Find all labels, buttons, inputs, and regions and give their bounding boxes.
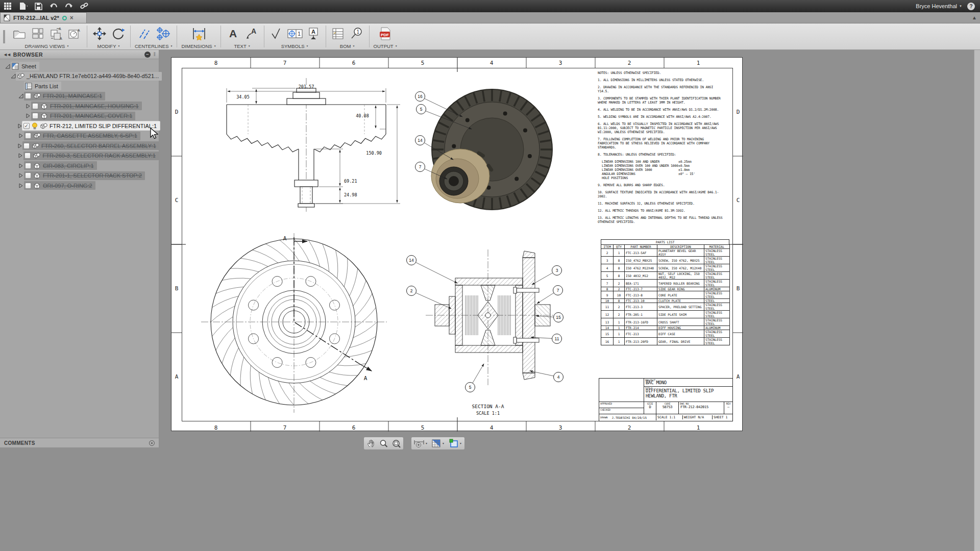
- parts-list-row[interactable]: 108FTC-213-10CLUTCH PLATESTEEL: [601, 299, 730, 303]
- parts-list-row[interactable]: 48ISO 4762_M12X40SCREW, ISO 4762, M12X40…: [601, 264, 730, 272]
- parts-list-row[interactable]: 72BEA-171TAPERED ROLLER BEARINGSTAINLESS…: [601, 280, 730, 287]
- visibility-checkbox[interactable]: [23, 143, 30, 149]
- visibility-checkbox[interactable]: [25, 133, 31, 139]
- browser-item[interactable]: Parts List: [0, 81, 159, 91]
- undo-icon[interactable]: [46, 0, 61, 12]
- tree-collapsed-icon[interactable]: [17, 133, 24, 138]
- zoom-button[interactable]: [377, 438, 390, 449]
- view-gear-front[interactable]: A A: [201, 233, 387, 413]
- minimize-panel-icon[interactable]: −: [144, 52, 151, 58]
- right-scroll-strip[interactable]: ▲: [974, 12, 980, 551]
- ribbon-label-text[interactable]: TEXT▼: [234, 42, 250, 49]
- tree-expanded-icon[interactable]: [11, 73, 16, 79]
- tree-collapsed-icon[interactable]: [24, 113, 31, 118]
- lightbulb-icon[interactable]: [32, 122, 38, 130]
- user-menu[interactable]: Bryce Heventhal ▼: [916, 3, 962, 9]
- collapse-panel-icon[interactable]: ◄◄: [3, 52, 10, 57]
- view-front[interactable]: 201.5734.0540.08150.9069.2124.98: [227, 78, 400, 212]
- redo-icon[interactable]: [61, 0, 77, 12]
- browser-item[interactable]: FTR-260, SELECTOR BARREL ASSEMBLY:1: [0, 141, 159, 151]
- app-grid-icon[interactable]: [0, 0, 15, 12]
- parts-list-button[interactable]: [330, 26, 347, 42]
- dimension-label[interactable]: 69.21: [344, 179, 357, 184]
- tree-collapsed-icon[interactable]: [17, 143, 22, 148]
- browser-item[interactable]: FTR, CASSETTE ASSEMBLY, 6-SP:1: [0, 131, 159, 141]
- browser-item[interactable]: FTR-201, MAINCASE, HOUSING:1: [0, 101, 159, 111]
- browser-item[interactable]: FTR-201, MAINCASE:1: [0, 91, 159, 102]
- ribbon-label-output[interactable]: OUTPUT▼: [374, 42, 398, 49]
- section-view-button[interactable]: AA: [48, 26, 64, 42]
- visibility-checkbox[interactable]: [32, 103, 38, 109]
- datum-identifier-button[interactable]: A: [305, 26, 322, 42]
- base-view-button[interactable]: [11, 26, 28, 42]
- tree-collapsed-icon[interactable]: [17, 153, 23, 158]
- tree-collapsed-icon[interactable]: [17, 163, 24, 168]
- dimension-display-settings-button[interactable]: ▼: [412, 438, 429, 449]
- view-iso[interactable]: 165147: [415, 89, 553, 210]
- browser-item[interactable]: ✓FTR-212, LIMITED SLIP DIFFERENTIAL:1: [0, 121, 159, 131]
- dimension-label[interactable]: 24.98: [344, 192, 357, 197]
- tree-collapsed-icon[interactable]: [17, 123, 22, 129]
- browser-header[interactable]: ◄◄ BROWSER − ‖: [0, 50, 159, 59]
- browser-item[interactable]: CIR-083, CIRCLIP:1: [0, 161, 159, 171]
- parts-list-row[interactable]: 161FTR-213-20FDGEAR, FINAL DRIVESTAINLES…: [601, 338, 730, 345]
- comments-bar[interactable]: COMMENTS: [0, 438, 159, 447]
- browser-item[interactable]: Sheet: [0, 61, 159, 71]
- dimension-label[interactable]: 40.08: [356, 113, 369, 118]
- visibility-checkbox[interactable]: [25, 183, 31, 189]
- centerline-button[interactable]: [136, 26, 153, 42]
- help-button[interactable]: ?: [967, 3, 975, 10]
- dimension-label[interactable]: 201.57: [299, 84, 314, 89]
- balloon-button[interactable]: 1: [349, 26, 365, 42]
- visibility-checkbox[interactable]: ✓: [23, 123, 30, 129]
- tree-collapsed-icon[interactable]: [24, 104, 31, 109]
- browser-item[interactable]: FTR-260-3, SELECTOR RACK ASSEMBLY:1: [0, 151, 159, 161]
- tree-expanded-icon[interactable]: [17, 93, 24, 98]
- parts-list-row[interactable]: 21FTC-213-5AFPLANETARY BEVEL GEAR ASSYST…: [601, 249, 730, 257]
- parts-list-row[interactable]: 122FTR-205-1SIDE PLATE SHIMSTAINLESS STE…: [601, 311, 730, 318]
- ribbon-label-dimensions[interactable]: DIMENSIONS▼: [181, 42, 216, 49]
- balloon-5[interactable]: 5: [465, 364, 484, 392]
- parts-list-row[interactable]: 151FTC-213DIFF CASESTAINLESS STEEL: [601, 330, 730, 338]
- parts-list-row[interactable]: 112FTC-213-3SPACER, PRELOAD SETTINGSTAIN…: [601, 303, 730, 311]
- parts-list-row[interactable]: 131FTR-213-16FDCROSS SHAFTSTAINLESS STEE…: [601, 318, 730, 326]
- parts-list-row[interactable]: 82FTC-213-7SIDE GEAR RINGALUMINUM: [601, 287, 730, 291]
- rotate-button[interactable]: [110, 26, 126, 42]
- center-mark-button[interactable]: [155, 26, 171, 42]
- drawing-sheet[interactable]: 8877665544332211DDCCBBAA: [171, 57, 743, 431]
- ribbon-label-centerlines[interactable]: CENTERLINES▼: [135, 42, 173, 49]
- tree-expanded-icon[interactable]: [4, 64, 11, 69]
- move-button[interactable]: [91, 26, 108, 42]
- display-settings-button[interactable]: ▼: [429, 438, 447, 449]
- surface-texture-button[interactable]: [268, 26, 285, 42]
- parts-list[interactable]: PARTS LIST ITEMQTYPART NUMBERDESCRIPTION…: [601, 239, 729, 345]
- output-pdf-button[interactable]: PDF: [377, 26, 394, 42]
- tree-collapsed-icon[interactable]: [17, 183, 24, 188]
- tab-close-icon[interactable]: ×: [70, 15, 74, 21]
- parts-list-row[interactable]: 58ISO 4032_M12NUT, SELF LOCKING, ISO 403…: [601, 272, 730, 280]
- leader-text-button[interactable]: A: [243, 26, 260, 42]
- ribbon-label-drawing-views[interactable]: DRAWING VIEWS▼: [25, 42, 69, 49]
- dimension-label[interactable]: 150.90: [366, 151, 382, 156]
- parts-list-row[interactable]: 38ISO_4762_M8X25SCREW, ISO 4762, M8X25ST…: [601, 257, 730, 264]
- view-section[interactable]: 14237151145 SECTION A-A SCALE 1:1: [407, 249, 564, 416]
- file-menu-icon[interactable]: [15, 0, 31, 12]
- dimension-label[interactable]: 34.05: [236, 94, 250, 99]
- visibility-checkbox[interactable]: [25, 93, 31, 99]
- balloon-3[interactable]: 3: [532, 266, 562, 285]
- parts-list-row[interactable]: 910FTC-213-8CORE PLATESTAINLESS STEEL: [601, 291, 730, 299]
- ribbon-label-modify[interactable]: MODIFY▼: [97, 42, 120, 49]
- pan-button[interactable]: [364, 438, 377, 449]
- balloon-7[interactable]: 7: [537, 286, 563, 304]
- tree-collapsed-icon[interactable]: [17, 173, 24, 178]
- ribbon-label-symbols[interactable]: SYMBOLS▼: [281, 42, 309, 49]
- browser-item[interactable]: ORI-097, O-RING:2: [0, 181, 159, 191]
- comments-expand-icon[interactable]: [149, 440, 155, 446]
- document-tab[interactable]: FTR-212...IAL v2* ×: [0, 12, 87, 23]
- share-link-icon[interactable]: [77, 0, 92, 12]
- zoom-window-button[interactable]: [390, 438, 403, 449]
- panel-grip[interactable]: [0, 23, 8, 49]
- new-sheet-button[interactable]: ▼: [447, 438, 464, 449]
- parts-list-row[interactable]: 141FTR-214DIFF HOUSINGALUMINUM: [601, 326, 730, 330]
- projected-view-button[interactable]: [30, 26, 46, 42]
